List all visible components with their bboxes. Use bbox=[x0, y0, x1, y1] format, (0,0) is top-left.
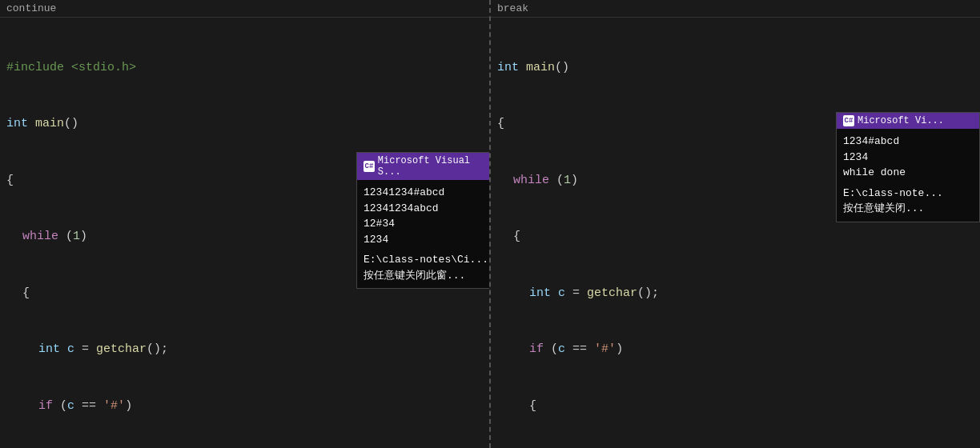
right-terminal-popup: C# Microsoft Vi... 1234#abcd 1234 while … bbox=[836, 112, 980, 222]
code-line: int c = getchar(); bbox=[497, 284, 974, 303]
terminal-close-prompt: 按任意键关闭... bbox=[843, 201, 973, 217]
right-header: break bbox=[491, 0, 980, 18]
right-code-area: int main() { while (1) { int c = getchar… bbox=[491, 18, 980, 448]
code-line: if (c == '#') bbox=[6, 397, 483, 416]
terminal-close-prompt: 按任意键关闭此窗... bbox=[363, 268, 491, 284]
terminal-line: 1234 bbox=[363, 232, 491, 248]
terminal-line: while done bbox=[843, 165, 973, 181]
terminal-icon: C# bbox=[843, 115, 854, 126]
left-terminal-body: 12341234#abcd 12341234abcd 12#34 1234 E:… bbox=[357, 180, 491, 288]
right-terminal-title: Microsoft Vi... bbox=[858, 115, 944, 126]
right-editor-pane: break int main() { while (1) { int c = g… bbox=[491, 0, 980, 448]
terminal-path: E:\class-notes\Ci... bbox=[363, 252, 491, 268]
left-header: continue bbox=[0, 0, 489, 18]
terminal-line: 1234#abcd bbox=[843, 134, 973, 150]
terminal-line: 12341234#abcd bbox=[363, 185, 491, 201]
terminal-path: E:\class-note... bbox=[843, 186, 973, 202]
terminal-icon: C# bbox=[363, 161, 375, 172]
left-header-label: continue bbox=[6, 2, 56, 14]
left-terminal-header: C# Microsoft Visual S... bbox=[357, 153, 491, 180]
code-line: if (c == '#') bbox=[497, 340, 974, 359]
right-terminal-body: 1234#abcd 1234 while done E:\class-note.… bbox=[837, 129, 979, 222]
terminal-line: 12341234abcd bbox=[363, 201, 491, 217]
right-header-label: break bbox=[497, 2, 528, 14]
left-editor-pane: continue #include <stdio.h> int main() {… bbox=[0, 0, 491, 448]
code-line: { bbox=[497, 397, 974, 416]
terminal-line: 12#34 bbox=[363, 216, 491, 232]
code-line: int c = getchar(); bbox=[6, 340, 483, 359]
right-terminal-header: C# Microsoft Vi... bbox=[837, 113, 979, 129]
code-line: int main() bbox=[497, 58, 974, 78]
code-line: { bbox=[497, 227, 974, 246]
code-line: #include <stdio.h> bbox=[6, 58, 483, 78]
code-line: int main() bbox=[6, 114, 483, 134]
terminal-line: 1234 bbox=[843, 150, 973, 166]
left-terminal-popup: C# Microsoft Visual S... 12341234#abcd 1… bbox=[356, 152, 491, 289]
left-terminal-title: Microsoft Visual S... bbox=[378, 155, 491, 178]
